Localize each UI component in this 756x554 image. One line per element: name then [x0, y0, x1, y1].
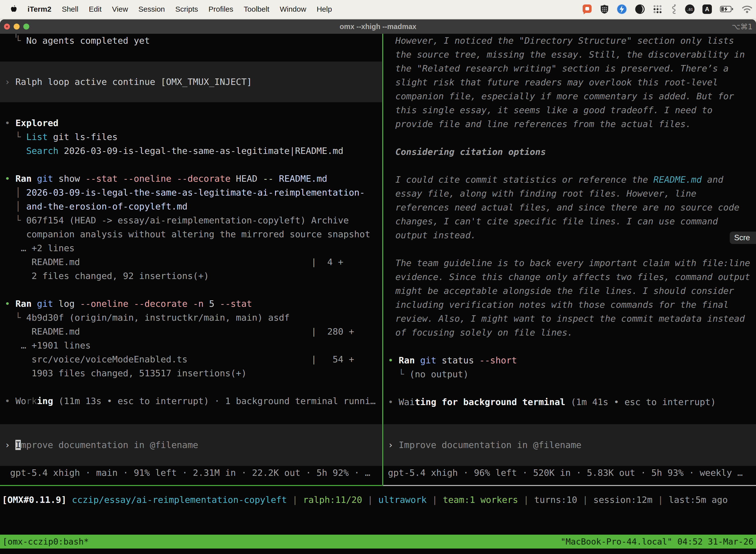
terminal-line: └ (no output) [383, 367, 756, 381]
terminal-line: companion file, especially if more comme… [383, 89, 756, 103]
terminal-line: However, I noticed the "Directory Struct… [383, 34, 756, 48]
terminal-line [383, 159, 756, 173]
menu-item-edit[interactable]: Edit [89, 5, 102, 13]
right-pane-bottom: › Improve documentation in @filename gpt… [383, 424, 756, 480]
right-pane-status-line: gpt-5.4 xhigh · 96% left · 520K in · 5.8… [383, 466, 756, 480]
terminal-line: of focusing solely on file lines. [383, 326, 756, 340]
left-prompt-text: › Improve documentation in @filename [0, 438, 198, 452]
menu-item-shell[interactable]: Shell [62, 5, 78, 13]
tmux-host-clock: "MacBook-Pro-44.local" 04:52 31-Mar-26 [561, 535, 754, 549]
terminal-line: README.md | 4 + [0, 255, 382, 269]
window-title-bar[interactable]: omx --xhigh --madmax ⌥⌘1 [0, 19, 756, 34]
window-shortcut-badge: ⌥⌘1 [732, 22, 753, 31]
terminal-line: evidence. Since this change only affects… [383, 270, 756, 284]
ralph-loop-status-box: › Ralph loop active continue [OMX_TMUX_I… [0, 62, 382, 102]
terminal-line [383, 340, 756, 353]
terminal-line [0, 158, 382, 172]
terminal-line [0, 380, 382, 394]
terminal-line: The team guideline is to back every impo… [383, 256, 756, 270]
menu-item-toolbelt[interactable]: Toolbelt [244, 5, 269, 13]
tree-connector [16, 34, 16, 38]
terminal-line: src/voice/voiceModeEnabled.ts | 54 + [0, 352, 382, 366]
menu-items: iTerm2ShellEditViewSessionScriptsProfile… [27, 5, 332, 13]
ralph-loop-status: › Ralph loop active continue [OMX_TMUX_I… [0, 75, 252, 89]
screen-share-badge[interactable]: Scre [730, 232, 756, 244]
terminal-line: review. Also, I might want to inspect th… [383, 312, 756, 326]
crescent-circle-icon[interactable] [635, 4, 645, 14]
terminal-line: Considering citation options [383, 145, 756, 159]
apple-menu-icon[interactable] [10, 5, 17, 13]
terminal-line: • Waiting for background terminal (1m 41… [383, 395, 756, 409]
terminal-line: Search 2026-03-09-is-legal-the-same-as-l… [0, 144, 382, 158]
omx-status-bar: [OMX#0.11.9] cczip/essay/ai-reimplementa… [0, 493, 756, 507]
terminal-line: └ 4b9d30f (origin/main, instructkr/main,… [0, 311, 382, 325]
badge-61-label: ..61 [687, 7, 693, 11]
terminal-line: I could cite commit statistics or refere… [383, 173, 756, 187]
terminal-line: essay file, along with finding root file… [383, 187, 756, 201]
terminal-line: … +1901 lines [0, 339, 382, 352]
menu-item-view[interactable]: View [112, 5, 128, 13]
terminal-line [383, 131, 756, 145]
left-pane-log: • Explored └ List git ls-files Search 20… [0, 102, 382, 408]
shield-grid-icon[interactable] [600, 4, 609, 14]
terminal-line: … +2 lines [0, 241, 382, 255]
right-pane-log: However, I noticed the "Directory Struct… [383, 34, 756, 409]
terminal-line: └ No agents completed yet [0, 34, 382, 48]
terminal-line: • Explored [0, 116, 382, 130]
terminal-line: this single essay, it seems like a good … [383, 103, 756, 117]
bolt-circle-icon[interactable] [617, 4, 627, 14]
chat-bubble-icon[interactable] [582, 4, 592, 15]
terminal-line: references need actual files, and since … [383, 201, 756, 214]
battery-charging-icon[interactable] [720, 5, 734, 13]
terminal-line: • Working (11m 13s • esc to interrupt) ·… [0, 394, 382, 408]
left-pane-intro: └ No agents completed yet [0, 34, 382, 62]
dots-grid-icon[interactable] [653, 4, 662, 14]
terminal-line: 2 files changed, 92 insertions(+) [0, 269, 382, 283]
traffic-lights [4, 19, 29, 34]
right-prompt-text: › Improve documentation in @filename [383, 438, 581, 452]
terminal-line: └ 067f154 (HEAD -> essay/ai-reimplementa… [0, 214, 382, 227]
close-button[interactable] [4, 23, 10, 30]
terminal-line [0, 102, 382, 116]
terminal-line: including verification notes with those … [383, 298, 756, 312]
terminal-line: output instead. [383, 228, 756, 242]
terminal-line [383, 381, 756, 395]
menu-item-iterm2[interactable]: iTerm2 [27, 5, 51, 13]
menu-item-window[interactable]: Window [280, 5, 306, 13]
terminal-line [0, 48, 382, 62]
terminal-line: • Ran git status --short [383, 353, 756, 367]
terminal-line: README.md | 280 + [0, 325, 382, 339]
letter-a-icon[interactable]: A [702, 4, 712, 14]
left-pane-bottom: › Improve documentation in @filename gpt… [0, 424, 382, 480]
terminal-line: the source tree, missing the essay. Stil… [383, 48, 756, 62]
right-prompt-input[interactable]: › Improve documentation in @filename [383, 424, 756, 466]
menu-item-session[interactable]: Session [138, 5, 165, 13]
menu-item-help[interactable]: Help [317, 5, 332, 13]
terminal-line: └ List git ls-files [0, 130, 382, 144]
terminal-line: might be acceptable alongside the file l… [383, 284, 756, 298]
terminal-line: • Ran git show --stat --oneline --decora… [0, 172, 382, 186]
terminal-line: companion analysis without altering the … [0, 227, 382, 241]
zoom-button[interactable] [23, 23, 29, 30]
menu-item-scripts[interactable]: Scripts [175, 5, 198, 13]
terminal-line: • Ran git log --oneline --decorate -n 5 … [0, 297, 382, 311]
right-pane: However, I noticed the "Directory Struct… [383, 34, 756, 486]
tmux-status-bar: [omx-cczip0:bash* "MacBook-Pro-44.local"… [0, 535, 756, 549]
wifi-icon[interactable] [742, 5, 753, 13]
terminal-line: │ and-the-erosion-of-copyleft.md [0, 200, 382, 214]
iterm-window: omx --xhigh --madmax ⌥⌘1 └ No agents com… [0, 19, 756, 554]
macos-menu-bar: iTerm2ShellEditViewSessionScriptsProfile… [0, 0, 756, 18]
menu-item-profiles[interactable]: Profiles [208, 5, 233, 13]
minimize-button[interactable] [14, 23, 19, 30]
left-pane: └ No agents completed yet › Ralph loop a… [0, 34, 382, 486]
left-pane-status-line: gpt-5.4 xhigh · main · 91% left · 2.31M … [0, 466, 382, 480]
menu-bar-status-icons: ..61 A [582, 4, 754, 15]
left-prompt-input[interactable]: › Improve documentation in @filename [0, 424, 382, 466]
letter-a-label: A [705, 6, 709, 13]
window-title: omx --xhigh --madmax [339, 22, 416, 31]
s-curve-icon[interactable] [670, 4, 677, 14]
terminal-line: slight risk that future readers may over… [383, 75, 756, 89]
terminal-line [383, 242, 756, 256]
badge-61-icon[interactable]: ..61 [685, 4, 694, 14]
terminal-line: 1903 files changed, 513517 insertions(+) [0, 366, 382, 380]
